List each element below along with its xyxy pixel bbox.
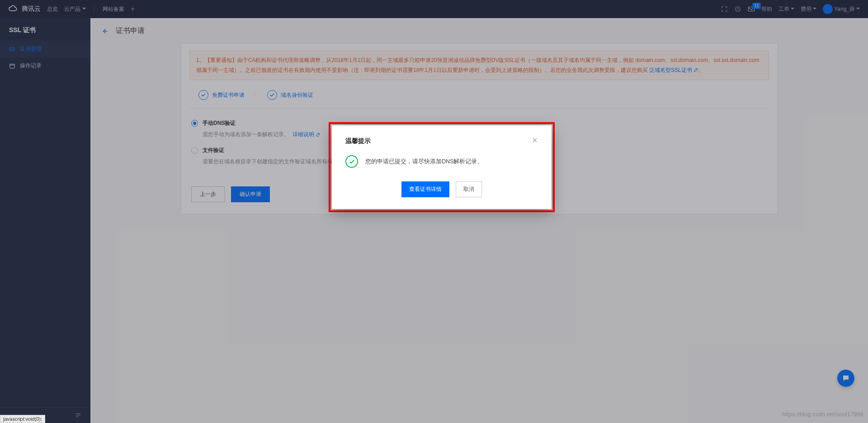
- browser-status-bar: javascript:void(0);: [0, 415, 45, 423]
- modal-cancel-button[interactable]: 取消: [456, 181, 482, 197]
- modal-buttons: 查看证书详情 取消: [345, 181, 538, 197]
- modal-message: 您的申请已提交，请尽快添加DNS解析记录。: [365, 158, 483, 166]
- modal-title: 温馨提示: [345, 137, 371, 145]
- success-icon: [345, 155, 358, 168]
- modal-body: 您的申请已提交，请尽快添加DNS解析记录。: [345, 145, 538, 181]
- modal-highlight-frame: 温馨提示 您的申请已提交，请尽快添加DNS解析记录。 查看证书详情 取消: [329, 122, 555, 212]
- modal-close-button[interactable]: [532, 137, 538, 145]
- modal-dialog: 温馨提示 您的申请已提交，请尽快添加DNS解析记录。 查看证书详情 取消: [332, 125, 552, 209]
- modal-overlay: 温馨提示 您的申请已提交，请尽快添加DNS解析记录。 查看证书详情 取消: [0, 0, 868, 423]
- modal-header: 温馨提示: [345, 137, 538, 145]
- modal-view-button[interactable]: 查看证书详情: [401, 181, 449, 197]
- close-icon: [532, 137, 538, 143]
